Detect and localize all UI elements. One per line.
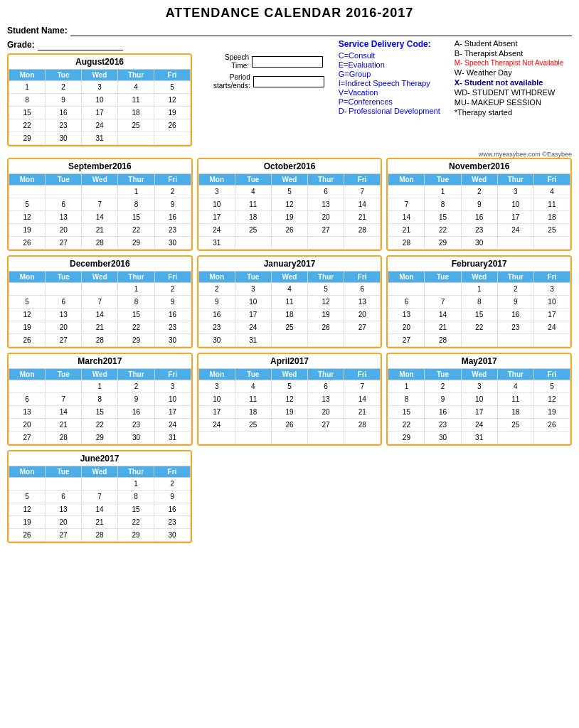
aug-thur: Thur: [118, 70, 154, 81]
cal-cell: 8: [82, 393, 118, 406]
cal-cell: 26: [154, 119, 191, 132]
cal-cell: 6: [344, 283, 381, 296]
calendar-jan2017: January2017MonTueWedThurFri2345691011121…: [197, 255, 383, 348]
cal-cell: 13: [308, 393, 344, 406]
cal-cell: 18: [271, 309, 307, 321]
cal-cell: 11: [235, 198, 271, 211]
cal-cell: 3: [82, 81, 118, 94]
cal-cell: [46, 283, 82, 296]
cal-cell: 3: [497, 186, 533, 198]
cal-cell: 12: [9, 211, 46, 224]
cal-header-dec2016-Fri: Fri: [154, 272, 191, 283]
cal-header-oct2016-Thur: Thur: [308, 174, 344, 186]
cal-cell: 23: [118, 419, 154, 432]
cal-header-jan2017-Thur: Thur: [308, 272, 344, 283]
code-indirect: I=Indirect Speech Therapy: [339, 79, 440, 87]
cal-cell: 12: [9, 503, 46, 516]
cal-cell: 27: [388, 334, 425, 347]
cal-cell: 31: [198, 237, 235, 250]
period-field[interactable]: [253, 76, 324, 87]
cal-cell: 27: [46, 529, 82, 542]
cal-title-sep2016: September2016: [9, 159, 191, 173]
cal-header-dec2016-Thur: Thur: [118, 272, 154, 283]
cal-table-mar2017: MonTueWedThurFri123678910131415161720212…: [9, 368, 191, 444]
cal-cell: 30: [118, 432, 154, 444]
cal-header-may2017-Thur: Thur: [497, 369, 533, 380]
grade-row: Grade:: [7, 39, 192, 50]
cal-cell: 28: [82, 529, 118, 542]
cal-cell: 28: [344, 419, 381, 432]
cal-header-sep2016-Wed: Wed: [82, 174, 118, 186]
cal-cell: [308, 237, 344, 250]
cal-cell: 13: [46, 309, 82, 321]
cal-cell: 13: [388, 309, 425, 321]
cal-cell: 2: [461, 186, 497, 198]
cal-cell: 22: [82, 419, 118, 432]
speech-time-field[interactable]: [252, 56, 323, 68]
cal-cell: 4: [497, 380, 533, 393]
aug-title: August2016: [9, 55, 191, 69]
cal-cell: 5: [271, 186, 307, 198]
cal-cell: 22: [118, 321, 154, 334]
cal-cell: 19: [271, 211, 307, 224]
cal-cell: 20: [9, 419, 46, 432]
cal-header-apr2017-Wed: Wed: [271, 369, 307, 380]
cal-cell: 20: [388, 321, 425, 334]
cal-header-jun2017-Fri: Fri: [154, 466, 191, 478]
cal-cell: 21: [46, 419, 82, 432]
cal-cell: 31: [235, 334, 271, 347]
cal-header-feb2017-Thur: Thur: [497, 272, 533, 283]
cal-cell: 1: [118, 186, 154, 198]
cal-table-nov2016: MonTueWedThurFri123478910111415161718212…: [388, 173, 570, 250]
cal-cell: 15: [118, 211, 154, 224]
cal-cell: 22: [461, 321, 497, 334]
cal-cell: [9, 186, 46, 198]
cal-cell: 17: [235, 309, 271, 321]
cal-header-mar2017-Tue: Tue: [46, 369, 82, 380]
cal-cell: 19: [9, 516, 46, 529]
cal-header-nov2016-Wed: Wed: [461, 174, 497, 186]
calendar-may2017: May2017MonTueWedThurFri12345891011121516…: [386, 353, 572, 446]
code-professional: D- Professional Development: [339, 107, 440, 115]
cal-cell: 15: [388, 406, 425, 419]
cal-cell: [235, 432, 271, 444]
cal-cell: [198, 432, 235, 444]
cal-cell: 22: [118, 224, 154, 237]
calendar-feb2017: February2017MonTueWedThurFri123678910131…: [386, 255, 572, 348]
cal-cell: [461, 334, 497, 347]
cal-cell: 22: [9, 119, 46, 132]
cal-cell: 12: [308, 296, 344, 309]
grade-field[interactable]: [38, 39, 123, 50]
cal-cell: 16: [154, 211, 191, 224]
cal-cell: 6: [308, 186, 344, 198]
cal-cell: 3: [198, 186, 235, 198]
cal-cell: 29: [118, 529, 154, 542]
cal-cell: [497, 237, 533, 250]
cal-cell: 7: [82, 296, 118, 309]
cal-cell: 21: [82, 321, 118, 334]
cal-title-jan2017: January2017: [198, 257, 381, 271]
cal-header-mar2017-Mon: Mon: [9, 369, 46, 380]
cal-header-dec2016-Mon: Mon: [9, 272, 46, 283]
cal-cell: 28: [425, 334, 461, 347]
cal-cell: [388, 186, 425, 198]
cal-cell: [46, 478, 82, 491]
cal-header-may2017-Fri: Fri: [533, 369, 570, 380]
cal-cell: 11: [271, 296, 307, 309]
cal-cell: 5: [308, 283, 344, 296]
cal-cell: 21: [344, 406, 381, 419]
cal-title-oct2016: October2016: [198, 159, 381, 173]
student-name-field[interactable]: [70, 25, 572, 36]
cal-table-jan2017: MonTueWedThurFri234569101112131617181920…: [198, 271, 381, 347]
mid-section: SpeechTime: Periodstarts/ends:: [213, 53, 324, 90]
cal-cell: 3: [461, 380, 497, 393]
cal-cell: 19: [154, 107, 191, 119]
cal-cell: 19: [9, 224, 46, 237]
cal-header-oct2016-Mon: Mon: [198, 174, 235, 186]
cal-cell: 26: [271, 224, 307, 237]
cal-cell: [82, 478, 118, 491]
cal-cell: [533, 334, 570, 347]
cal-cell: 4: [271, 283, 307, 296]
cal-cell: 9: [461, 198, 497, 211]
cal-table-may2017: MonTueWedThurFri123458910111215161718192…: [388, 368, 570, 444]
